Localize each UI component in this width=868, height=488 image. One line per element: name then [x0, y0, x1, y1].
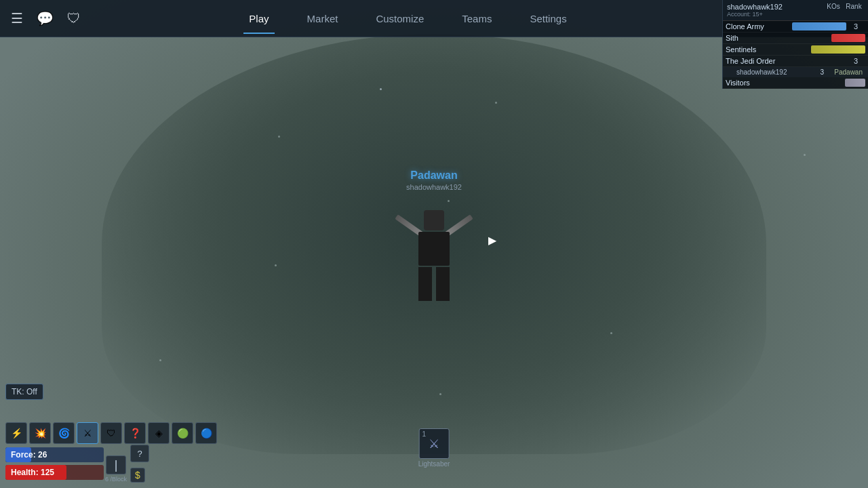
hotbar-slot-7[interactable]: ◈ [148, 422, 170, 444]
shield-icon[interactable]: 🛡 [64, 8, 83, 29]
slot-8-icon: 🟢 [177, 428, 189, 439]
team-bar-sith [831, 34, 865, 42]
scoreboard-player-row: shadowhawk192 3 Padawan [723, 67, 868, 77]
tab-play[interactable]: Play [243, 10, 274, 27]
scoreboard-rank-header: Rank [844, 3, 864, 18]
lightsaber-label: Lightsaber [418, 460, 450, 468]
hotbar-slot-5[interactable]: 🛡 [100, 422, 122, 444]
char-leg-left [418, 267, 432, 301]
block-count-display: 6 /Block [105, 476, 127, 483]
sparkle-9 [804, 154, 806, 156]
sparkle-3 [448, 200, 450, 202]
sb-player-kos: 3 [812, 68, 831, 76]
melee-weapon-button[interactable]: | [106, 455, 126, 474]
slot-6-icon: ❓ [130, 428, 141, 439]
team-bar-visitors [845, 79, 865, 87]
chat-icon[interactable]: 💬 [34, 7, 56, 29]
hamburger-menu-icon[interactable]: ☰ [8, 7, 26, 29]
slot-4-icon: ⚔ [83, 428, 92, 439]
team-name-sentinels: Sentinels [726, 45, 808, 54]
team-row-visitors: Visitors [723, 77, 868, 89]
hotbar-slot-8[interactable]: 🟢 [172, 422, 193, 444]
block-controls: | 6 /Block [105, 455, 127, 483]
tab-teams[interactable]: Teams [456, 10, 497, 27]
stats-panel: Force: 26 Health: 125 [5, 447, 104, 483]
char-subtext: shadowhawk192 [406, 183, 462, 191]
hotbar-slot-3[interactable]: 🌀 [53, 422, 75, 444]
team-name-visitors: Visitors [726, 79, 842, 87]
item-slot-number: 1 [422, 430, 426, 438]
char-torso [418, 232, 450, 266]
team-row-sith: Sith [723, 33, 868, 44]
force-bar: Force: 26 [5, 447, 104, 462]
slot-2-icon: 💥 [35, 428, 46, 439]
scoreboard-account: Account: 15+ [727, 11, 823, 18]
hotbar-slot-9[interactable]: 🔵 [195, 422, 217, 444]
team-name-jedi-order: The Jedi Order [726, 57, 786, 65]
block-count: 6 [105, 476, 108, 483]
scoreboard-kos-header: KOs [823, 3, 844, 18]
team-row-clone-army: Clone Army 3 [723, 21, 868, 33]
nav-tabs: Play Market Customize Teams Settings [83, 10, 732, 27]
team-bar-sentinels [811, 45, 865, 54]
hotbar-slot-4-active[interactable]: ⚔ [77, 422, 98, 444]
tab-market[interactable]: Market [302, 10, 344, 27]
sparkle-5 [159, 359, 161, 361]
sparkle-2 [278, 136, 280, 138]
team-name-clone-army: Clone Army [726, 22, 789, 30]
slot-3-icon: 🌀 [58, 428, 70, 439]
cursor-indicator: ▶ [488, 234, 496, 247]
tab-customize[interactable]: Customize [370, 10, 429, 27]
char-rank: Padawan [406, 169, 462, 182]
char-sprite [403, 210, 465, 319]
scoreboard-header: shadowhawk192 Account: 15+ KOs Rank [723, 0, 868, 21]
health-label: Health: 125 [11, 468, 54, 477]
team-row-jedi-order: The Jedi Order 3 [723, 56, 868, 67]
team-name-sith: Sith [726, 34, 829, 42]
force-label: Force: 26 [11, 450, 47, 460]
scoreboard-player-name: shadowhawk192 [727, 3, 823, 11]
sparkle-7 [275, 264, 277, 266]
bottom-hud: ⚡ 💥 🌀 ⚔ 🛡 ❓ ◈ 🟢 🔵 Force: 26 [0, 413, 868, 488]
hotbar-slot-1[interactable]: ⚡ [5, 422, 27, 444]
team-kos-clone-army: 3 [846, 22, 865, 30]
hotbar: ⚡ 💥 🌀 ⚔ 🛡 ❓ ◈ 🟢 🔵 [5, 422, 217, 444]
slot-7-icon: ◈ [155, 428, 163, 439]
lightsaber-item: 1 ⚔ Lightsaber [418, 428, 450, 468]
sparkle-6 [439, 393, 441, 395]
tab-settings[interactable]: Settings [524, 10, 572, 27]
hotbar-slot-2[interactable]: 💥 [29, 422, 51, 444]
nav-left-icons: ☰ 💬 🛡 [0, 7, 83, 29]
sparkle-4 [610, 332, 612, 334]
health-bar: Health: 125 [5, 465, 104, 480]
char-leg-right [436, 267, 450, 301]
team-row-sentinels: Sentinels [723, 44, 868, 56]
slot-5-icon: 🛡 [106, 428, 116, 439]
sparkle-8 [380, 88, 382, 90]
money-icon: $ [135, 470, 140, 481]
sb-player-rank: Padawan [831, 68, 863, 76]
block-label: /Block [111, 476, 127, 483]
team-bar-clone-army [792, 22, 846, 30]
sparkle-1 [495, 102, 497, 104]
char-head [424, 210, 444, 230]
char-label: Padawan shadowhawk192 [406, 169, 462, 191]
team-kos-jedi: 3 [846, 57, 865, 65]
tk-button[interactable]: TK: Off [5, 384, 43, 400]
sb-player-name: shadowhawk192 [736, 68, 812, 76]
slot-9-icon: 🔵 [201, 428, 212, 439]
help-button[interactable]: ? [130, 445, 149, 462]
char-body [403, 210, 465, 319]
hotbar-slot-6[interactable]: ❓ [124, 422, 146, 444]
lightsaber-slot[interactable]: 1 ⚔ [418, 428, 449, 459]
money-display[interactable]: $ [130, 468, 145, 483]
slot-1-icon: ⚡ [11, 428, 22, 439]
lightsaber-icon: ⚔ [429, 436, 439, 451]
scoreboard: shadowhawk192 Account: 15+ KOs Rank Clon… [722, 0, 868, 89]
